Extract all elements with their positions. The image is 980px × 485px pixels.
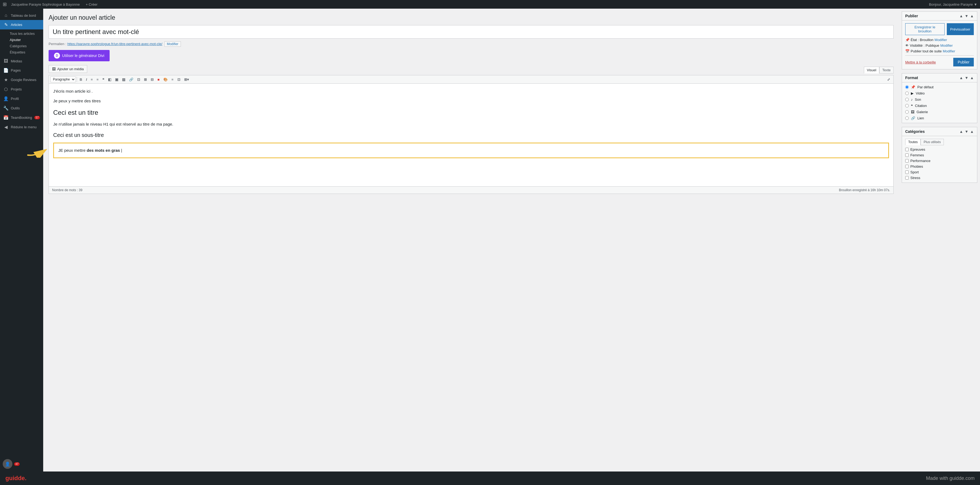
format-option-galerie[interactable]: 🖼 Galerie xyxy=(905,110,974,114)
sidebar-item-ajouter[interactable]: Ajouter xyxy=(10,37,43,43)
cat-checkbox-femmes[interactable] xyxy=(905,153,909,157)
format-radio-citation[interactable] xyxy=(905,104,909,108)
toolbar-italic[interactable]: I xyxy=(84,77,89,83)
sidebar-item-pages[interactable]: 📄 Pages xyxy=(0,66,43,75)
toolbar-expand-btn[interactable]: ⤢ xyxy=(886,77,892,83)
preview-button[interactable]: Prévisualiser xyxy=(947,23,974,35)
sidebar-item-profil[interactable]: 👤 Profil xyxy=(0,94,43,103)
toolbar-ul[interactable]: ≡ xyxy=(89,77,94,83)
toolbar-link[interactable]: 🔗 xyxy=(127,77,135,83)
cat-item-sport[interactable]: Sport xyxy=(905,170,974,174)
format-up-icon[interactable]: ▲ xyxy=(959,76,963,80)
toolbar-dropdown[interactable]: ⊞▾ xyxy=(183,77,191,83)
permalink-bar: Permalien : https://parayre-sophrologue.… xyxy=(49,41,894,47)
publish-button[interactable]: Publier xyxy=(953,58,974,67)
format-radio-son[interactable] xyxy=(905,98,909,101)
save-draft-button[interactable]: Enregistrer le brouillon xyxy=(905,23,945,35)
sidebar-item-articles[interactable]: ✎ Articles xyxy=(0,20,43,29)
toolbar-image[interactable]: 🎨 xyxy=(162,77,169,83)
toolbar-bold[interactable]: B xyxy=(78,77,84,83)
toolbar-special[interactable]: ⊟ xyxy=(149,77,155,83)
visibility-modify-link[interactable]: Modifier xyxy=(940,43,953,48)
tab-visual[interactable]: Visuel xyxy=(864,67,879,73)
tab-text[interactable]: Texte xyxy=(879,67,894,73)
cat-tab-plus-utilises[interactable]: Plus utilisés xyxy=(921,139,943,145)
cat-tab-toutes[interactable]: Toutes xyxy=(905,139,921,145)
editor-area[interactable]: J'écris mon article ici . Je peux y mett… xyxy=(49,83,894,194)
format-default-label: Par défaut xyxy=(917,85,934,89)
highlighted-text-box[interactable]: JE peux mettre des mots en gras | xyxy=(53,143,889,158)
guidde-logo: guidde. xyxy=(5,475,27,482)
format-down-icon[interactable]: ▼ xyxy=(965,76,968,80)
divi-button[interactable]: D Utiliser le générateur Divi xyxy=(49,50,110,61)
status-modify-link[interactable]: Modifier xyxy=(935,38,947,42)
sidebar-item-reduire[interactable]: ◀ Réduire le menu xyxy=(0,122,43,132)
avatar-badge: 47 xyxy=(14,462,20,466)
toolbar-color[interactable]: ■ xyxy=(156,77,161,83)
sidebar-item-etiquettes[interactable]: Étiquettes xyxy=(10,49,43,56)
format-option-son[interactable]: ♪ Son xyxy=(905,97,974,102)
toolbar-table[interactable]: ⊞ xyxy=(142,77,148,83)
toolbar-insert-more[interactable]: ⊡ xyxy=(135,77,142,83)
site-name[interactable]: Jacqueline Parayre Sophrologue à Bayonne xyxy=(11,2,80,6)
toolbar-ol[interactable]: ≡ xyxy=(95,77,100,83)
format-option-video[interactable]: ▶ Vidéo xyxy=(905,91,974,95)
format-radio-default[interactable] xyxy=(905,85,909,89)
toolbar-extra1[interactable]: ⊡ xyxy=(176,77,182,83)
cat-item-stress[interactable]: Stress xyxy=(905,176,974,180)
permalink-url[interactable]: https://parayre-sophrologue.fr/un-titre-… xyxy=(67,42,162,46)
categories-down-icon[interactable]: ▼ xyxy=(965,129,968,134)
categories-panel-body: Toutes Plus utilisés Epreuves Femmes Per… xyxy=(902,136,977,183)
editor-bold-text: des mots en gras xyxy=(87,148,120,153)
format-radio-video[interactable] xyxy=(905,92,909,95)
cat-item-performance[interactable]: Performance xyxy=(905,159,974,163)
format-select[interactable]: Paragraphe xyxy=(51,76,76,83)
cat-checkbox-sport[interactable] xyxy=(905,170,909,174)
sidebar-item-tableau-de-bord[interactable]: ⌂ Tableau de bord xyxy=(0,11,43,20)
create-btn[interactable]: + Créer xyxy=(86,2,97,6)
avatar[interactable]: 👤 xyxy=(3,459,13,469)
permalink-modify-button[interactable]: Modifier xyxy=(164,41,181,47)
editor-content[interactable]: J'écris mon article ici . Je peux y mett… xyxy=(49,84,893,186)
format-radio-galerie[interactable] xyxy=(905,110,909,114)
sidebar-item-categories[interactable]: Catégories xyxy=(10,43,43,49)
cat-checkbox-performance[interactable] xyxy=(905,159,909,162)
trash-button[interactable]: Mettre à la corbeille xyxy=(905,60,936,64)
cat-checkbox-stress[interactable] xyxy=(905,176,909,180)
toolbar-align-right[interactable]: ▨ xyxy=(121,77,127,83)
publish-date-modify-link[interactable]: Modifier xyxy=(943,49,955,53)
format-option-citation[interactable]: ❝ Citation xyxy=(905,104,974,108)
cat-label-performance: Performance xyxy=(910,159,930,163)
wp-logo-icon[interactable]: ⊞ xyxy=(3,2,7,7)
sidebar-item-outils[interactable]: 🔧 Outils xyxy=(0,103,43,113)
format-option-default[interactable]: 📌 Par défaut xyxy=(905,85,974,89)
collapse-up-icon[interactable]: ▲ xyxy=(959,14,963,18)
toolbar-align-left[interactable]: ◧ xyxy=(107,77,113,83)
user-greeting[interactable]: Bonjour, Jacqueline Parayre ▼ xyxy=(929,2,977,6)
categories-up-icon[interactable]: ▲ xyxy=(959,129,963,134)
cat-item-phobies[interactable]: Phobies xyxy=(905,164,974,169)
categories-close-icon[interactable]: ▲ xyxy=(970,129,974,134)
collapse-down-icon[interactable]: ▼ xyxy=(965,14,968,18)
categories-panel-title: Catégories xyxy=(905,129,925,134)
sidebar-item-teambooking[interactable]: 📅 TeamBooking 57 xyxy=(0,113,43,122)
cat-item-femmes[interactable]: Femmes xyxy=(905,153,974,157)
toolbar-align-center[interactable]: ▣ xyxy=(113,77,120,83)
cat-item-epreuves[interactable]: Epreuves xyxy=(905,148,974,151)
format-close-icon[interactable]: ▲ xyxy=(970,76,974,80)
close-panel-icon[interactable]: ▲ xyxy=(970,14,974,18)
sidebar-item-google-reviews[interactable]: ★ Google Reviews xyxy=(0,75,43,84)
divi-icon: D xyxy=(54,52,60,59)
toolbar-align2[interactable]: ≡ xyxy=(170,77,175,83)
article-title-input[interactable] xyxy=(49,25,894,39)
right-panel: Publier ▲ ▼ ▲ Enregistrer le brouillon P… xyxy=(899,9,980,485)
sidebar-item-tous-articles[interactable]: Tous les articles xyxy=(10,30,43,37)
add-media-button[interactable]: 🖼 Ajouter un média xyxy=(49,65,87,73)
format-radio-lien[interactable] xyxy=(905,116,909,120)
cat-checkbox-epreuves[interactable] xyxy=(905,148,909,151)
toolbar-blockquote[interactable]: ❝ xyxy=(101,77,106,83)
sidebar-item-projets[interactable]: ⬡ Projets xyxy=(0,84,43,94)
cat-checkbox-phobies[interactable] xyxy=(905,165,909,168)
format-option-lien[interactable]: 🔗 Lien xyxy=(905,116,974,120)
sidebar-item-medias[interactable]: 🖼 Médias xyxy=(0,56,43,66)
